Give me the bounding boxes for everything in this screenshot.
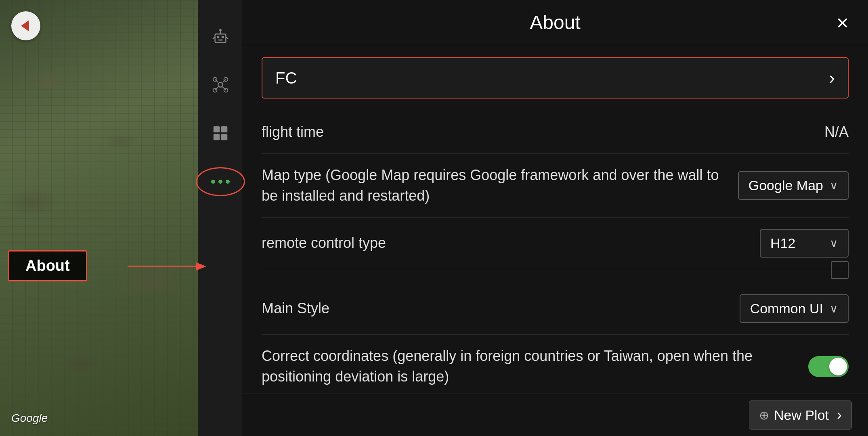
svg-rect-2 (215, 34, 226, 42)
flight-time-value: N/A (824, 124, 849, 140)
svg-marker-1 (196, 262, 206, 270)
flight-time-label: flight time (262, 122, 824, 142)
map-area: About Google (0, 0, 198, 436)
main-style-value: Common UI (750, 301, 823, 317)
new-plot-label: New Plot (774, 407, 829, 423)
close-button[interactable]: × (837, 12, 849, 33)
remote-control-dropdown[interactable]: H12 ∨ (760, 229, 849, 258)
map-texture (0, 0, 198, 436)
svg-rect-3 (217, 36, 219, 38)
more-dots-highlight (196, 167, 245, 196)
panel-content: FC › flight time N/A Map type (Google Ma… (242, 45, 868, 394)
main-style-label: Main Style (262, 298, 740, 319)
correct-coords-toggle[interactable] (808, 356, 849, 377)
fc-label: FC (275, 69, 297, 87)
svg-rect-20 (221, 126, 227, 132)
square-icon (831, 261, 849, 279)
grid-icon[interactable] (208, 121, 233, 145)
main-style-dropdown[interactable]: Common UI ∨ (740, 294, 849, 323)
main-style-arrow-icon: ∨ (830, 302, 838, 315)
svg-point-10 (218, 82, 223, 87)
fc-chevron-icon: › (829, 68, 835, 88)
svg-rect-19 (213, 126, 219, 132)
remote-control-label: remote control type (262, 233, 760, 253)
new-plot-chevron-icon: › (837, 407, 842, 423)
drone-icon[interactable] (208, 73, 233, 97)
map-type-value: Google Map (748, 178, 823, 193)
remote-control-arrow-icon: ∨ (830, 237, 838, 250)
robot-icon[interactable] (208, 24, 233, 48)
correct-coords-label: Correct coordinates (generally in foreig… (262, 346, 808, 387)
remote-control-value: H12 (770, 235, 795, 251)
back-button[interactable] (11, 11, 40, 40)
toggle-knob (829, 358, 847, 375)
panel-title: About (530, 11, 580, 34)
new-plot-plus-icon: ⊕ (759, 408, 769, 422)
map-type-label: Map type (Google Map requires Google fra… (262, 165, 738, 206)
sidebar (198, 0, 242, 436)
more-dots-button[interactable] (202, 170, 239, 194)
google-logo: Google (11, 412, 48, 425)
map-type-dropdown[interactable]: Google Map ∨ (738, 171, 849, 200)
flight-time-row: flight time N/A (262, 111, 849, 154)
map-type-arrow-icon: ∨ (830, 179, 838, 192)
main-style-row: Main Style Common UI ∨ (262, 283, 849, 335)
svg-point-7 (219, 29, 222, 31)
main-panel: About × FC › flight time N/A Map type (G… (242, 0, 868, 436)
svg-rect-21 (213, 134, 219, 140)
map-type-row: Map type (Google Map requires Google fra… (262, 154, 849, 218)
about-map-label: About (8, 250, 87, 281)
bottom-bar: ⊕ New Plot › (242, 394, 868, 436)
svg-rect-4 (221, 36, 224, 38)
about-arrow (128, 254, 208, 279)
panel-header: About × (242, 0, 868, 45)
svg-rect-5 (218, 40, 223, 41)
fc-row[interactable]: FC › (262, 57, 849, 99)
new-plot-button[interactable]: ⊕ New Plot › (749, 400, 852, 430)
svg-rect-22 (221, 134, 227, 140)
back-arrow-icon (21, 20, 29, 31)
correct-coords-row: Correct coordinates (generally in foreig… (262, 335, 849, 394)
